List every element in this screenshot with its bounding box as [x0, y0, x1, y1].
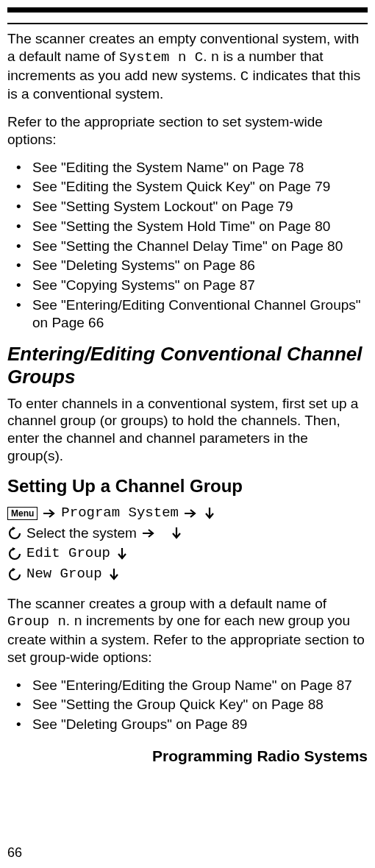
group-default-paragraph: The scanner creates a group with a defau…	[7, 595, 368, 666]
list-item: See "Setting System Lockout" on Page 79	[16, 198, 368, 216]
list-item: See "Entering/Editing Conventional Chann…	[16, 296, 368, 332]
list-item: See "Editing the System Quick Key" on Pa…	[16, 178, 368, 196]
step1-label: Program System	[61, 505, 179, 522]
page-number: 66	[7, 844, 22, 861]
list-item: See "Setting the Channel Delay Time" on …	[16, 238, 368, 255]
p4-mono-1: Group n	[7, 613, 66, 630]
step4-label: New Group	[26, 566, 102, 583]
arrow-right-icon	[141, 526, 156, 541]
p1-mono-2: n	[211, 49, 219, 65]
nav-step-4: New Group	[7, 566, 368, 583]
step3-label: Edit Group	[26, 545, 110, 563]
arrow-down-icon	[107, 567, 121, 582]
list-item: See "Entering/Editing the Group Name" on…	[16, 677, 368, 694]
menu-button-icon: Menu	[7, 507, 38, 520]
footer-section-title: Programming Radio Systems	[7, 747, 368, 766]
p1-mono-3: C	[240, 68, 249, 85]
intro-paragraph-2: Refer to the appropriate section to set …	[7, 113, 368, 149]
subsection-heading-setup: Setting Up a Channel Group	[7, 475, 368, 497]
p1-mono-1: System n C	[119, 49, 203, 65]
section-heading-groups: Entering/Editing Conventional Channel Gr…	[7, 343, 368, 388]
list-item: See "Editing the System Name" on Page 78	[16, 159, 368, 177]
scroll-icon	[7, 526, 22, 541]
arrow-down-icon	[115, 547, 129, 561]
p1-text-b: .	[203, 49, 211, 64]
list-item: See "Setting the Group Quick Key" on Pag…	[16, 696, 368, 714]
nav-step-1: Menu Program System	[7, 505, 368, 522]
p4-mono-2: n	[74, 613, 82, 630]
arrow-right-icon	[42, 506, 57, 521]
arrow-down-icon	[202, 506, 217, 521]
nav-step-2: Select the system	[7, 524, 368, 542]
top-rule-thin	[7, 23, 368, 24]
groups-intro-paragraph: To enter channels in a conventional syst…	[7, 395, 368, 465]
reference-list-2: See "Entering/Editing the Group Name" on…	[16, 677, 368, 733]
intro-paragraph-1: The scanner creates an empty conventiona…	[7, 30, 368, 103]
arrow-right-icon	[183, 506, 198, 521]
step2-label: Select the system	[26, 524, 137, 542]
list-item: See "Deleting Groups" on Page 89	[16, 716, 368, 733]
top-rule-thick	[7, 7, 368, 13]
p4-text-b: .	[66, 613, 74, 628]
nav-step-3: Edit Group	[7, 545, 368, 563]
list-item: See "Copying Systems" on Page 87	[16, 277, 368, 294]
list-item: See "Deleting Systems" on Page 86	[16, 257, 368, 274]
arrow-down-icon	[169, 526, 184, 541]
scroll-icon	[7, 567, 22, 582]
list-item: See "Setting the System Hold Time" on Pa…	[16, 218, 368, 235]
p4-text-a: The scanner creates a group with a defau…	[7, 596, 326, 611]
reference-list-1: See "Editing the System Name" on Page 78…	[16, 159, 368, 332]
scroll-icon	[7, 547, 22, 561]
